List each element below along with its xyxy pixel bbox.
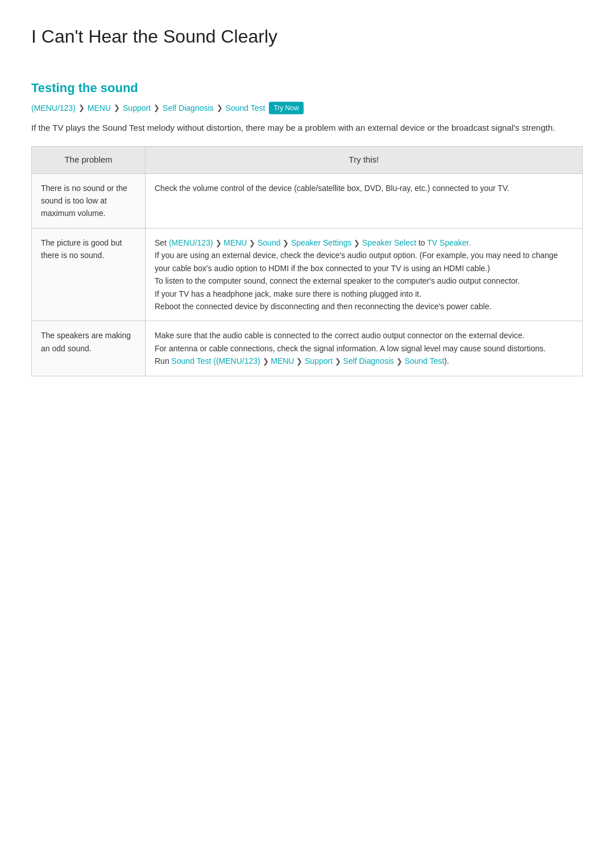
solution-cell-3: Make sure that the audio cable is connec… [146, 321, 583, 376]
try-now-badge[interactable]: Try Now [269, 102, 303, 114]
link-selfdiagnosis-3[interactable]: Self Diagnosis [343, 356, 395, 366]
link-sound-2[interactable]: Sound [258, 238, 280, 247]
page-title: I Can't Hear the Sound Clearly [31, 23, 583, 56]
chevron-icon-1: ❯ [78, 102, 85, 114]
breadcrumb-support[interactable]: Support [123, 102, 151, 114]
breadcrumb-soundtest[interactable]: Sound Test [226, 102, 265, 114]
chevron-icon: ❯ [283, 239, 291, 247]
section-title: Testing the sound [31, 78, 583, 97]
chevron-icon: ❯ [263, 357, 271, 366]
problem-cell-1: There is no sound or the sound is too lo… [32, 173, 146, 228]
breadcrumb: (MENU/123) ❯ MENU ❯ Support ❯ Self Diagn… [31, 102, 583, 114]
link-tvspeaker[interactable]: TV Speaker. [427, 238, 471, 247]
breadcrumb-menu123[interactable]: (MENU/123) [31, 102, 76, 114]
solution-cell-2: Set (MENU/123) ❯ MENU ❯ Sound ❯ Speaker … [146, 228, 583, 321]
problems-table: The problem Try this! There is no sound … [31, 146, 583, 376]
breadcrumb-selfdiagnosis[interactable]: Self Diagnosis [163, 102, 214, 114]
link-menu123-2[interactable]: (MENU/123) [169, 238, 213, 247]
link-soundtest-3[interactable]: Sound Test [405, 356, 445, 366]
chevron-icon: ❯ [354, 239, 362, 247]
chevron-icon: ❯ [296, 357, 305, 366]
column-header-solution: Try this! [146, 147, 583, 174]
chevron-icon: ❯ [396, 357, 405, 366]
column-header-problem: The problem [32, 147, 146, 174]
link-speakersettings[interactable]: Speaker Settings [291, 238, 352, 247]
breadcrumb-menu[interactable]: MENU [88, 102, 111, 114]
intro-text: If the TV plays the Sound Test melody wi… [31, 121, 583, 135]
table-row: The picture is good but there is no soun… [32, 228, 583, 321]
chevron-icon-2: ❯ [114, 102, 120, 114]
chevron-icon-3: ❯ [154, 102, 160, 114]
link-menu-3[interactable]: MENU [271, 356, 294, 366]
problem-cell-2: The picture is good but there is no soun… [32, 228, 146, 321]
table-row: The speakers are making an odd sound. Ma… [32, 321, 583, 376]
link-menu-2[interactable]: MENU [223, 238, 247, 247]
solution-cell-1: Check the volume control of the device (… [146, 173, 583, 228]
link-support-3[interactable]: Support [305, 356, 333, 366]
link-soundtest-run[interactable]: Sound Test ((MENU/123) [172, 356, 260, 366]
chevron-icon: ❯ [215, 239, 224, 247]
link-speakerselect[interactable]: Speaker Select [362, 238, 416, 247]
problem-cell-3: The speakers are making an odd sound. [32, 321, 146, 376]
table-row: There is no sound or the sound is too lo… [32, 173, 583, 228]
chevron-icon: ❯ [249, 239, 258, 247]
chevron-icon: ❯ [335, 357, 343, 366]
chevron-icon-4: ❯ [217, 102, 223, 114]
